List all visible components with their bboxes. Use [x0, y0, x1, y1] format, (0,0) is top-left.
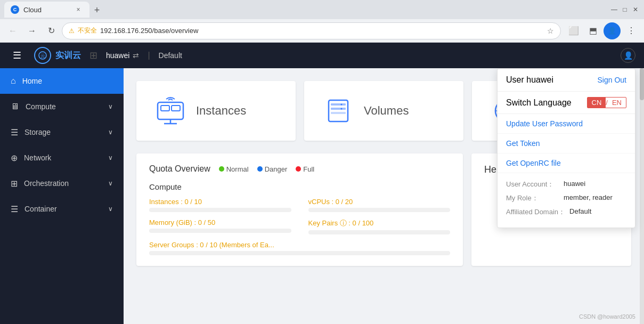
instances-card[interactable]: Instances	[136, 81, 296, 141]
watermark: CSDN @howard2005	[579, 313, 635, 320]
sidebar-item-container[interactable]: ☰ Container ∨	[0, 196, 124, 222]
quota-item-memory: Memory (GiB) : 0 / 50	[149, 218, 291, 234]
sidebar-item-compute[interactable]: 🖥 Compute ∨	[0, 94, 124, 119]
my-role-key: My Role：	[506, 193, 559, 203]
svg-point-11	[341, 104, 343, 106]
update-password-link[interactable]: Update User Password	[498, 114, 635, 134]
close-btn[interactable]: ✕	[631, 5, 640, 14]
orchestration-arrow-icon: ∨	[108, 180, 113, 187]
refresh-btn[interactable]: ↻	[43, 22, 60, 39]
tab-close-btn[interactable]: ×	[74, 5, 83, 14]
get-token-link[interactable]: Get Token	[498, 134, 635, 153]
dropdown-lang-row: Switch Language CN / EN	[498, 92, 635, 114]
affiliated-domain-key: Affiliated Domain：	[506, 207, 565, 217]
sidebar-item-storage[interactable]: ☰ Storage ∨	[0, 119, 124, 145]
quota-item-vcpus: vCPUs : 0 / 20	[308, 198, 451, 212]
container-arrow-icon: ∨	[108, 205, 113, 213]
legend-danger-label: Danger	[265, 165, 288, 173]
logo-text: 实训云	[55, 50, 81, 61]
profile-btn[interactable]: 👤	[604, 22, 621, 39]
server-groups-row: Server Groups : 0 / 10 (Members of Ea...	[149, 241, 450, 255]
sidebar-label-compute: Compute	[26, 102, 102, 111]
affiliated-domain-row: Affiliated Domain： Default	[506, 207, 626, 217]
forward-btn[interactable]: →	[23, 22, 40, 39]
legend-full-label: Full	[303, 165, 314, 173]
quota-header: Quota Overview Normal Danger	[149, 164, 450, 174]
app-logo: 云 实训云	[34, 47, 81, 64]
vcpus-progress	[308, 208, 451, 212]
danger-dot	[257, 166, 263, 172]
volumes-card[interactable]: Volumes	[304, 81, 463, 141]
svg-rect-3	[161, 106, 169, 111]
browser-window-controls: — □ ✕	[610, 5, 640, 14]
instances-label: Instances : 0 / 10	[149, 198, 291, 206]
browser-toolbar: ← → ↻ ⚠ 不安全 ☆ ⬜ ⬒ 👤 ⋮	[0, 19, 644, 43]
legend-full: Full	[296, 165, 314, 173]
network-arrow-icon: ∨	[108, 154, 113, 161]
storage-icon: ☰	[11, 127, 18, 137]
quota-item-keypairs: Key Pairs ⓘ : 0 / 100	[308, 218, 451, 234]
lang-en-btn[interactable]: EN	[608, 98, 626, 108]
my-role-row: My Role： member, reader	[506, 193, 626, 203]
quota-title: Quota Overview	[149, 164, 210, 174]
keypairs-label: Key Pairs ⓘ : 0 / 100	[308, 218, 451, 228]
minimize-btn[interactable]: —	[610, 5, 618, 14]
back-btn[interactable]: ←	[4, 22, 21, 39]
address-bar-container: ⚠ 不安全 ☆	[62, 22, 561, 39]
sidebar-label-orchestration: Orchestration	[24, 179, 102, 188]
compute-arrow-icon: ∨	[108, 103, 113, 110]
bookmark-icon[interactable]: ☆	[547, 27, 554, 35]
logo-icon: 云	[34, 47, 51, 64]
sidebar-label-home: Home	[22, 77, 113, 85]
memory-label: Memory (GiB) : 0 / 50	[149, 218, 291, 226]
quota-section: Quota Overview Normal Danger	[136, 153, 463, 266]
quota-grid: Instances : 0 / 10 vCPUs : 0 / 20	[149, 198, 450, 234]
full-dot	[296, 166, 301, 172]
header-divider: ⊞	[89, 50, 97, 61]
compute-section-title: Compute	[149, 182, 450, 191]
security-icon: ⚠	[69, 27, 75, 35]
project-selector[interactable]: huawei ⇄	[106, 51, 139, 60]
dropdown-info-section: User Account： huawei My Role： member, re…	[498, 173, 635, 228]
get-openrc-link[interactable]: Get OpenRC file	[498, 153, 635, 173]
user-avatar-btn[interactable]: 👤	[621, 48, 635, 63]
security-label: 不安全	[78, 26, 97, 35]
home-icon: ⌂	[11, 76, 16, 86]
project-switch-icon: ⇄	[133, 51, 139, 60]
hamburger-btn[interactable]: ☰	[9, 47, 26, 64]
server-groups-label: Server Groups : 0 / 10 (Members of Ea...	[149, 241, 450, 249]
quota-item-instances: Instances : 0 / 10	[149, 198, 291, 212]
user-account-row: User Account： huawei	[506, 180, 626, 189]
sidebar-item-network[interactable]: ⊕ Network ∨	[0, 145, 124, 171]
sidebar-label-container: Container	[25, 205, 102, 213]
scrollbar-thumb[interactable]	[640, 68, 644, 100]
main-layout: ⌂ Home 🖥 Compute ∨ ☰ Storage ∨ ⊕ Network…	[0, 68, 644, 324]
dropdown-user-row: User huawei Sign Out	[498, 69, 635, 92]
browser-tab[interactable]: C Cloud ×	[4, 2, 89, 18]
scrollbar[interactable]	[640, 68, 644, 324]
menu-btn[interactable]: ⋮	[623, 22, 640, 39]
legend-danger: Danger	[257, 165, 288, 173]
network-icon: ⊕	[11, 153, 18, 163]
project-name: huawei	[106, 51, 129, 60]
user-dropdown: User huawei Sign Out Switch Language CN …	[497, 68, 635, 228]
extensions-btn[interactable]: ⬜	[565, 22, 582, 39]
orchestration-icon: ⊞	[11, 179, 18, 189]
instances-card-label: Instances	[196, 104, 246, 118]
split-btn[interactable]: ⬒	[584, 22, 601, 39]
sidebar: ⌂ Home 🖥 Compute ∨ ☰ Storage ∨ ⊕ Network…	[0, 68, 124, 324]
svg-rect-10	[331, 112, 346, 114]
sign-out-link[interactable]: Sign Out	[598, 76, 626, 84]
browser-title-bar: C Cloud × + — □ ✕	[0, 0, 644, 19]
new-tab-button[interactable]: +	[89, 3, 104, 18]
pipe-separator: |	[148, 51, 150, 60]
maximize-btn[interactable]: □	[621, 5, 629, 14]
address-input[interactable]	[100, 27, 544, 35]
vcpus-label: vCPUs : 0 / 20	[308, 198, 451, 206]
affiliated-domain-val: Default	[569, 207, 591, 217]
svg-text:云: 云	[40, 53, 45, 59]
sidebar-item-orchestration[interactable]: ⊞ Orchestration ∨	[0, 171, 124, 196]
sidebar-item-home[interactable]: ⌂ Home	[0, 68, 124, 94]
svg-rect-4	[172, 106, 180, 111]
lang-cn-btn[interactable]: CN	[588, 98, 606, 108]
